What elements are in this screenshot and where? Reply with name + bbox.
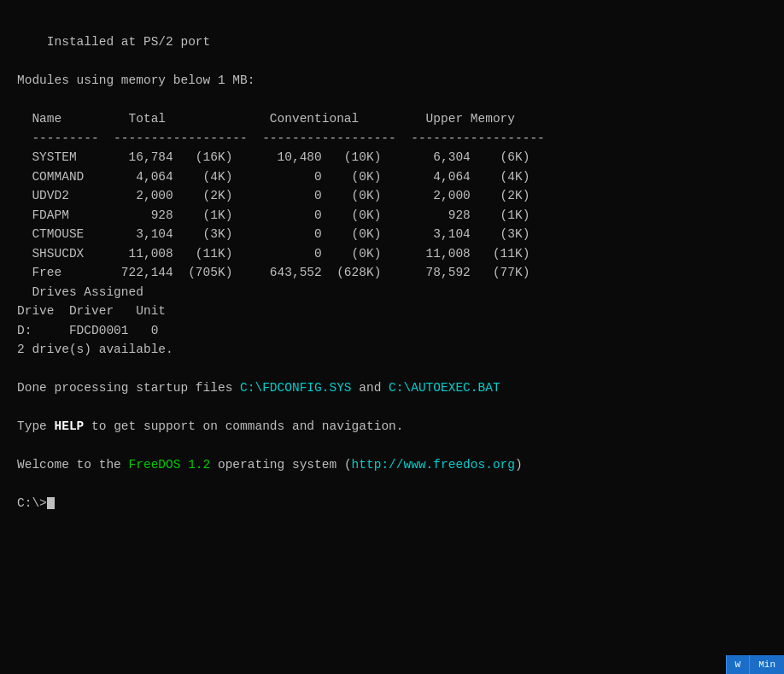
modules-line: Modules using memory below 1 MB:	[17, 73, 255, 87]
blank1	[17, 55, 25, 68]
taskbar-w-button[interactable]: W	[726, 655, 750, 674]
terminal-output: Installed at PS/2 port Modules using mem…	[17, 14, 767, 532]
autoexec-link: C:\AUTOEXEC.BAT	[389, 381, 500, 395]
installed-line: Installed at PS/2 port	[47, 35, 210, 49]
drive-d-line: D: FDCD0001 0	[17, 324, 158, 337]
blank4	[17, 400, 25, 413]
blank5	[17, 438, 25, 452]
freedos-url: http://www.freedos.org	[352, 458, 515, 472]
free-line: Free 722,144 (705K) 643,552 (628K) 78,59…	[17, 266, 529, 279]
drives-available: 2 drive(s) available.	[17, 343, 173, 356]
blank3	[17, 361, 25, 375]
separator-line: --------- ------------------ -----------…	[17, 132, 545, 145]
drive-header: Drive Driver Unit	[17, 304, 166, 318]
shsucdx-line: SHSUCDX 11,008 (11K) 0 (0K) 11,008 (11K)	[17, 247, 529, 261]
terminal-window: Installed at PS/2 port Modules using mem…	[0, 0, 784, 674]
system-line: SYSTEM 16,784 (16K) 10,480 (10K) 6,304 (…	[17, 150, 529, 164]
startup-line: Done processing startup files C:\FDCONFI…	[17, 381, 500, 395]
command-line: COMMAND 4,064 (4K) 0 (0K) 4,064 (4K)	[17, 170, 529, 184]
fdconfig-link: C:\FDCONFIG.SYS	[240, 381, 352, 395]
drives-assigned: Drives Assigned	[17, 285, 143, 299]
help-line: Type HELP to get support on commands and…	[17, 419, 404, 433]
taskbar: W Min	[726, 655, 784, 674]
freedos-label: FreeDOS 1.2	[129, 458, 211, 472]
fdapm-line: FDAPM 928 (1K) 0 (0K) 928 (1K)	[17, 208, 529, 222]
taskbar-min-button[interactable]: Min	[749, 655, 784, 674]
cursor-block	[47, 497, 55, 509]
udvd2-line: UDVD2 2,000 (2K) 0 (0K) 2,000 (2K)	[17, 189, 529, 202]
help-keyword: HELP	[55, 419, 85, 433]
blank2	[17, 93, 25, 107]
ctmouse-line: CTMOUSE 3,104 (3K) 0 (0K) 3,104 (3K)	[17, 227, 529, 241]
header-line: Name Total Conventional Upper Memory	[17, 112, 515, 126]
prompt-line[interactable]: C:\>	[17, 496, 55, 510]
welcome-line: Welcome to the FreeDOS 1.2 operating sys…	[17, 458, 523, 472]
blank6	[17, 477, 25, 490]
